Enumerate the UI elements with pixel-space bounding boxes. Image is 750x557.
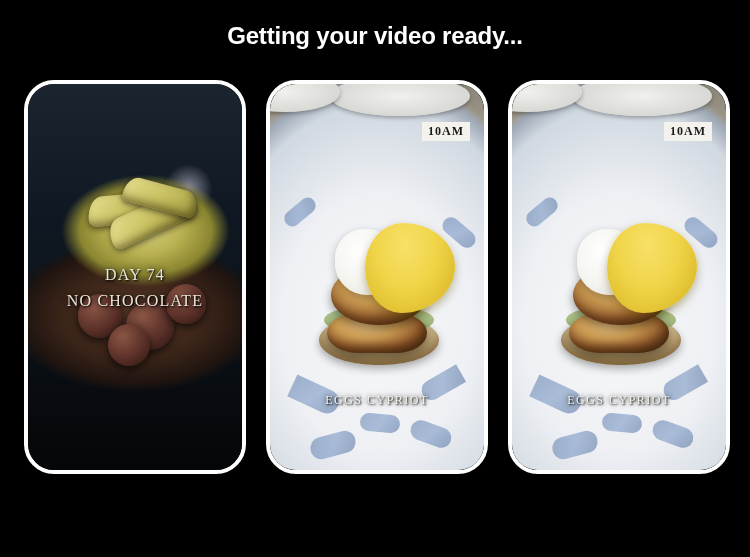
clip3-time-label: 10AM [664,122,712,141]
clip1-line2: NO CHOCOLATE [28,288,242,314]
onion-icon [108,324,150,366]
video-clips-row: DAY 74 NO CHOCOLATE [0,50,750,474]
clip1-line1: DAY 74 [28,262,242,288]
video-clip-2[interactable]: 10AM EGGS CYPRIOT [266,80,488,474]
clip2-dish-label: EGGS CYPRIOT [270,393,484,408]
loading-title: Getting your video ready... [0,0,750,50]
clip3-dish-label: EGGS CYPRIOT [512,393,726,408]
video-clip-3[interactable]: 10AM EGGS CYPRIOT [508,80,730,474]
clip1-overlay-text: DAY 74 NO CHOCOLATE [28,262,242,313]
clip2-time-label: 10AM [422,122,470,141]
video-clip-1[interactable]: DAY 74 NO CHOCOLATE [24,80,246,474]
